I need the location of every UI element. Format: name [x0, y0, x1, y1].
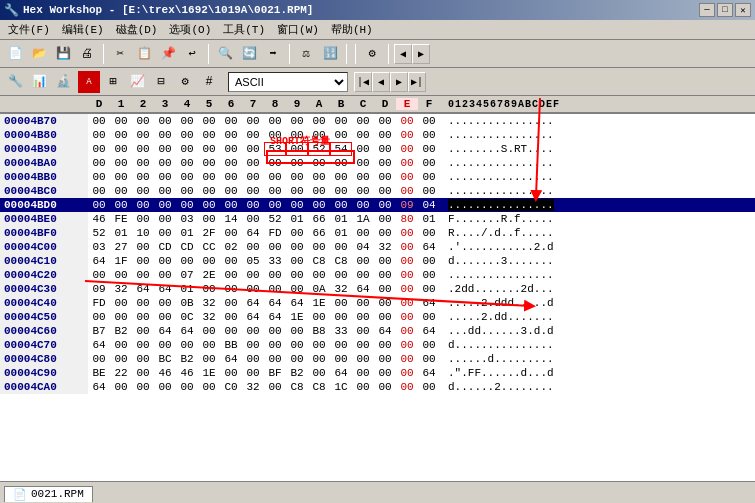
table-row[interactable]: 00004BC000000000000000000000000000000000… — [0, 184, 755, 198]
hex-cell[interactable]: 00 — [220, 367, 242, 379]
hex-cell[interactable]: 1C — [330, 381, 352, 393]
hex-cell[interactable]: 00 — [132, 367, 154, 379]
hex-cell[interactable]: 00 — [264, 115, 286, 127]
calc-button[interactable]: 🔢 — [319, 43, 341, 65]
hex-cell[interactable]: 00 — [220, 311, 242, 323]
hex-cell[interactable]: 64 — [132, 283, 154, 295]
hex-cell[interactable]: 00 — [308, 129, 330, 141]
hex-cell[interactable]: FE — [110, 213, 132, 225]
hex-cell[interactable]: 00 — [396, 115, 418, 127]
hex-cell[interactable]: 00 — [242, 241, 264, 253]
hex-cell[interactable]: 00 — [374, 171, 396, 183]
hex-cell[interactable]: 00 — [374, 129, 396, 141]
encoding-select[interactable]: ASCII EBCDIC Unicode — [228, 72, 348, 92]
hex-cell[interactable]: 00 — [330, 311, 352, 323]
hex-cell[interactable]: 00 — [198, 213, 220, 225]
hex-cell[interactable]: 00 — [220, 143, 242, 155]
hex-cell[interactable]: 00 — [198, 381, 220, 393]
hex-cell[interactable]: 00 — [154, 171, 176, 183]
hex-cell[interactable]: CC — [198, 241, 220, 253]
table-btn[interactable]: ⊟ — [150, 71, 172, 93]
table-row[interactable]: 00004C90BE220046461E0000BFB2006400000064… — [0, 366, 755, 380]
hex-cell[interactable]: 64 — [242, 311, 264, 323]
table-row[interactable]: 00004BD000000000000000000000000000000904… — [0, 198, 755, 212]
hex-cell[interactable]: 00 — [198, 171, 220, 183]
hex-cell[interactable]: 00 — [110, 297, 132, 309]
hex-cell[interactable]: 00 — [242, 199, 264, 211]
hex-cell[interactable]: 00 — [198, 157, 220, 169]
hex-cell[interactable]: 00 — [396, 129, 418, 141]
table-row[interactable]: 00004B8000000000000000000000000000000000… — [0, 128, 755, 142]
hex-cell[interactable]: 00 — [132, 213, 154, 225]
hex-cell[interactable]: 00 — [176, 255, 198, 267]
hex-cell[interactable]: 00 — [374, 255, 396, 267]
encoding-selector[interactable]: ASCII EBCDIC Unicode — [228, 72, 348, 92]
hex-cell[interactable]: 00 — [396, 227, 418, 239]
hex-cell[interactable]: 00 — [198, 129, 220, 141]
hex-cell[interactable]: 00 — [264, 353, 286, 365]
hex-cell[interactable]: 00 — [396, 367, 418, 379]
table-row[interactable]: 00004C80000000BCB20064000000000000000000… — [0, 352, 755, 366]
chart-btn[interactable]: 📈 — [126, 71, 148, 93]
hex-cell[interactable]: 00 — [264, 325, 286, 337]
gear-btn[interactable]: ⚙ — [174, 71, 196, 93]
hex-cell[interactable]: 09 — [396, 199, 418, 211]
hex-cell[interactable]: 00 — [110, 129, 132, 141]
hex-cell[interactable]: 00 — [352, 325, 374, 337]
hex-cell[interactable]: 64 — [154, 283, 176, 295]
hex-cell[interactable]: 00 — [176, 199, 198, 211]
menu-file[interactable]: 文件(F) — [2, 20, 56, 39]
menu-disk[interactable]: 磁盘(D) — [110, 20, 164, 39]
print-button[interactable]: 🖨 — [76, 43, 98, 65]
hex-cell[interactable]: 00 — [396, 185, 418, 197]
hex-cell[interactable]: 00 — [352, 353, 374, 365]
hex-cell[interactable]: CD — [176, 241, 198, 253]
copy-button[interactable]: 📋 — [133, 43, 155, 65]
hex-cell[interactable]: 00 — [286, 142, 308, 156]
hex-cell[interactable]: 00 — [286, 241, 308, 253]
hex-cell[interactable]: 64 — [242, 227, 264, 239]
hex-cell[interactable]: C0 — [220, 381, 242, 393]
hex-cell[interactable]: 00 — [242, 283, 264, 295]
hex-cell[interactable]: 00 — [286, 227, 308, 239]
hex-cell[interactable]: 00 — [198, 185, 220, 197]
hex-cell[interactable]: 53 — [264, 142, 286, 156]
hex-cell[interactable]: 00 — [176, 143, 198, 155]
table-row[interactable]: 00004BE046FE000003001400520166011A008001… — [0, 212, 755, 226]
hex-cell[interactable]: 00 — [374, 311, 396, 323]
hex-cell[interactable]: 00 — [220, 283, 242, 295]
hex-cell[interactable]: 00 — [330, 339, 352, 351]
hex-cell[interactable]: 00 — [286, 199, 308, 211]
menu-tools[interactable]: 工具(T) — [217, 20, 271, 39]
hex-cell[interactable]: 1E — [308, 297, 330, 309]
hex-cell[interactable]: 00 — [132, 311, 154, 323]
next-button[interactable]: ▶ — [412, 44, 430, 64]
hex-cell[interactable]: 00 — [352, 171, 374, 183]
hex-cell[interactable]: 00 — [154, 129, 176, 141]
hex-cell[interactable]: 00 — [154, 213, 176, 225]
hex-cell[interactable]: 00 — [242, 185, 264, 197]
hex-cell[interactable]: 00 — [396, 269, 418, 281]
hex-cell[interactable]: 01 — [418, 213, 440, 225]
hex-cell[interactable]: 32 — [330, 283, 352, 295]
hex-cell[interactable]: 00 — [352, 185, 374, 197]
hex-cell[interactable]: 00 — [198, 339, 220, 351]
hex-cell[interactable]: 00 — [374, 269, 396, 281]
new-button[interactable]: 📄 — [4, 43, 26, 65]
hex-cell[interactable]: 22 — [110, 367, 132, 379]
table-row[interactable]: 00004B9000000000000000005300525400000000… — [0, 142, 755, 156]
hex-cell[interactable]: 00 — [220, 157, 242, 169]
hex-cell[interactable]: 00 — [396, 381, 418, 393]
table-row[interactable]: 00004C50000000000C320064641E000000000000… — [0, 310, 755, 324]
hex-cell[interactable]: 00 — [110, 339, 132, 351]
hex-cell[interactable]: 00 — [396, 171, 418, 183]
hex-cell[interactable]: 00 — [176, 185, 198, 197]
hex-cell[interactable]: 00 — [352, 115, 374, 127]
hex-cell[interactable]: 00 — [154, 269, 176, 281]
hex-cell[interactable]: 00 — [110, 171, 132, 183]
hex-cell[interactable]: 2F — [198, 227, 220, 239]
hex-cell[interactable]: 00 — [132, 143, 154, 155]
hex-cell[interactable]: 00 — [308, 367, 330, 379]
table-row[interactable]: 00004C60B7B20064640000000000B83300640064… — [0, 324, 755, 338]
hex-cell[interactable]: 00 — [110, 269, 132, 281]
